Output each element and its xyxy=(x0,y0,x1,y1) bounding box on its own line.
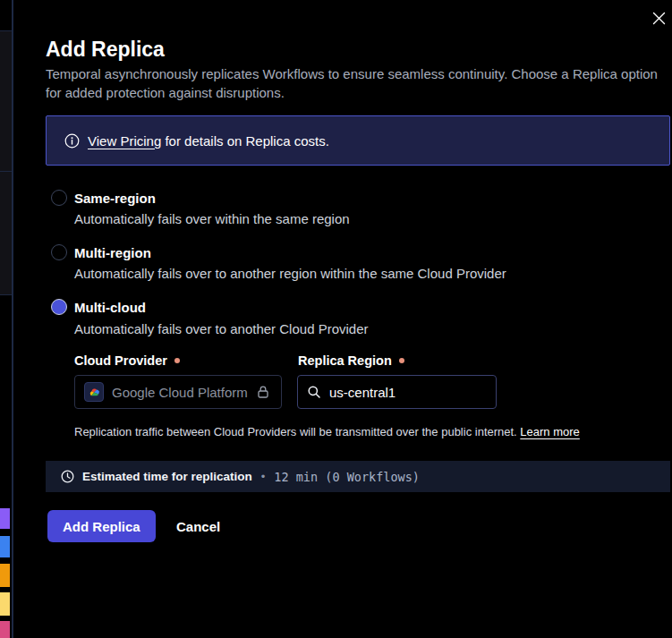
lock-icon xyxy=(256,385,270,399)
pricing-banner-text: View Pricing for details on Replica cost… xyxy=(88,133,329,149)
underlay-divider xyxy=(0,294,12,295)
screen: Add Replica Temporal asynchronously repl… xyxy=(0,0,672,638)
underlay-row xyxy=(0,172,12,294)
add-replica-button[interactable]: Add Replica xyxy=(47,510,156,542)
radio-same-region[interactable] xyxy=(51,190,67,206)
estimate-value: 12 min (0 Workflows) xyxy=(274,470,420,484)
radio-multi-region-label[interactable]: Multi-region xyxy=(74,245,151,260)
radio-multi-cloud[interactable] xyxy=(51,299,67,315)
cancel-button[interactable]: Cancel xyxy=(174,510,222,542)
namespace-color-chip-yellow xyxy=(0,592,10,616)
replica-region-label-text: Replica Region xyxy=(298,353,392,368)
estimate-label: Estimated time for replication xyxy=(82,470,252,483)
modal-title: Add Replica xyxy=(46,38,165,62)
namespace-color-chip-pink xyxy=(0,621,10,638)
note-text: Replication traffic between Cloud Provid… xyxy=(74,425,520,438)
pricing-info-banner: View Pricing for details on Replica cost… xyxy=(46,115,670,166)
view-pricing-link[interactable]: View Pricing xyxy=(88,133,161,149)
replica-region-value: us-central1 xyxy=(329,385,396,400)
underlay-row xyxy=(0,31,12,171)
modal-description: Temporal asynchronously replicates Workf… xyxy=(46,64,668,102)
radio-same-region-label[interactable]: Same-region xyxy=(74,191,156,206)
estimate-banner: Estimated time for replication • 12 min … xyxy=(46,461,670,492)
add-replica-modal: Add Replica Temporal asynchronously repl… xyxy=(13,0,672,638)
cloud-provider-label: Cloud Provider xyxy=(74,353,180,368)
public-internet-note: Replication traffic between Cloud Provid… xyxy=(74,425,580,438)
namespace-color-chip-orange xyxy=(0,564,10,587)
learn-more-link[interactable]: Learn more xyxy=(520,425,579,438)
radio-same-region-description: Automatically fails over within the same… xyxy=(74,211,350,226)
close-button[interactable] xyxy=(644,4,672,32)
info-icon xyxy=(64,133,80,149)
clock-icon xyxy=(61,470,74,483)
namespace-color-chip-blue xyxy=(0,536,10,557)
close-icon xyxy=(652,12,666,25)
required-dot xyxy=(174,358,180,363)
cloud-provider-value: Google Cloud Platform xyxy=(112,385,248,400)
search-icon xyxy=(307,385,321,399)
pricing-banner-suffix: for details on Replica costs. xyxy=(161,133,329,149)
radio-multi-region[interactable] xyxy=(51,244,67,260)
cloud-provider-label-text: Cloud Provider xyxy=(74,353,167,368)
radio-multi-cloud-description: Automatically fails over to another Clou… xyxy=(74,321,369,336)
replica-region-input[interactable]: us-central1 xyxy=(297,375,497,409)
required-dot xyxy=(399,358,404,363)
gcp-logo-icon xyxy=(84,382,104,402)
namespace-color-chip-purple xyxy=(0,508,10,529)
radio-multi-cloud-label[interactable]: Multi-cloud xyxy=(74,300,146,315)
replica-region-label: Replica Region xyxy=(298,353,404,368)
background-page-strip xyxy=(0,0,12,638)
cloud-provider-select: Google Cloud Platform xyxy=(74,375,282,409)
estimate-separator: • xyxy=(261,470,266,483)
radio-multi-region-description: Automatically fails over to another regi… xyxy=(74,266,506,281)
